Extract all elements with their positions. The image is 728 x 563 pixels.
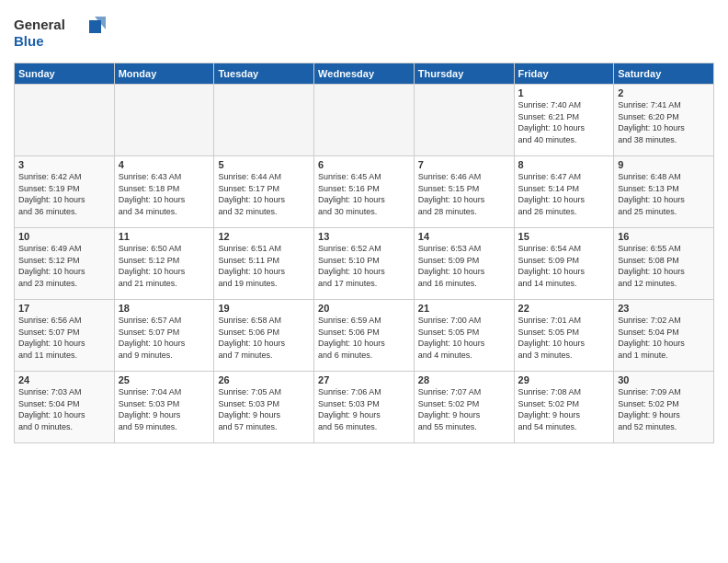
- calendar-cell: [414, 85, 514, 156]
- day-info: Sunrise: 6:46 AM Sunset: 5:15 PM Dayligh…: [418, 171, 510, 217]
- day-info: Sunrise: 7:08 AM Sunset: 5:02 PM Dayligh…: [518, 386, 610, 432]
- day-info: Sunrise: 6:47 AM Sunset: 5:14 PM Dayligh…: [518, 171, 610, 217]
- logo-text: General Blue: [14, 13, 106, 57]
- calendar-cell: 19Sunrise: 6:58 AM Sunset: 5:06 PM Dayli…: [214, 300, 314, 372]
- day-number: 24: [18, 374, 110, 385]
- day-number: 9: [618, 159, 710, 170]
- calendar-cell: 26Sunrise: 7:05 AM Sunset: 5:03 PM Dayli…: [214, 372, 314, 443]
- day-number: 29: [518, 374, 610, 385]
- day-number: 1: [518, 87, 610, 98]
- calendar-cell: 22Sunrise: 7:01 AM Sunset: 5:05 PM Dayli…: [514, 300, 614, 372]
- calendar-cell: 12Sunrise: 6:51 AM Sunset: 5:11 PM Dayli…: [214, 228, 314, 300]
- day-info: Sunrise: 6:50 AM Sunset: 5:12 PM Dayligh…: [119, 243, 210, 289]
- day-info: Sunrise: 7:07 AM Sunset: 5:02 PM Dayligh…: [418, 386, 510, 432]
- calendar-cell: 28Sunrise: 7:07 AM Sunset: 5:02 PM Dayli…: [414, 372, 514, 443]
- day-number: 17: [18, 303, 110, 314]
- calendar-cell: 3Sunrise: 6:42 AM Sunset: 5:19 PM Daylig…: [15, 156, 115, 228]
- day-info: Sunrise: 7:05 AM Sunset: 5:03 PM Dayligh…: [218, 386, 310, 432]
- svg-marker-2: [89, 20, 101, 33]
- day-number: 28: [418, 374, 510, 385]
- day-info: Sunrise: 7:04 AM Sunset: 5:03 PM Dayligh…: [119, 386, 210, 432]
- week-row-5: 24Sunrise: 7:03 AM Sunset: 5:04 PM Dayli…: [15, 372, 714, 443]
- weekday-header-sunday: Sunday: [15, 63, 115, 85]
- calendar-cell: 1Sunrise: 7:40 AM Sunset: 6:21 PM Daylig…: [514, 85, 614, 156]
- calendar-cell: 25Sunrise: 7:04 AM Sunset: 5:03 PM Dayli…: [114, 372, 214, 443]
- calendar-cell: 5Sunrise: 6:44 AM Sunset: 5:17 PM Daylig…: [214, 156, 314, 228]
- header-section: General Blue: [14, 9, 714, 57]
- weekday-header-friday: Friday: [514, 63, 614, 85]
- day-number: 7: [418, 159, 510, 170]
- day-number: 10: [18, 231, 110, 242]
- calendar-cell: 8Sunrise: 6:47 AM Sunset: 5:14 PM Daylig…: [514, 156, 614, 228]
- calendar-cell: 14Sunrise: 6:53 AM Sunset: 5:09 PM Dayli…: [414, 228, 514, 300]
- calendar-cell: 23Sunrise: 7:02 AM Sunset: 5:04 PM Dayli…: [614, 300, 714, 372]
- day-number: 22: [518, 303, 610, 314]
- weekday-header-wednesday: Wednesday: [314, 63, 415, 85]
- day-number: 27: [318, 374, 410, 385]
- day-number: 25: [119, 374, 210, 385]
- day-info: Sunrise: 7:02 AM Sunset: 5:04 PM Dayligh…: [618, 315, 710, 361]
- day-number: 16: [618, 231, 710, 242]
- weekday-header-thursday: Thursday: [414, 63, 514, 85]
- weekday-header-monday: Monday: [114, 63, 214, 85]
- calendar-cell: 15Sunrise: 6:54 AM Sunset: 5:09 PM Dayli…: [514, 228, 614, 300]
- weekday-header-row: SundayMondayTuesdayWednesdayThursdayFrid…: [15, 63, 714, 85]
- day-info: Sunrise: 6:55 AM Sunset: 5:08 PM Dayligh…: [618, 243, 710, 289]
- day-info: Sunrise: 6:54 AM Sunset: 5:09 PM Dayligh…: [518, 243, 610, 289]
- calendar-table: SundayMondayTuesdayWednesdayThursdayFrid…: [14, 63, 714, 443]
- day-number: 30: [618, 374, 710, 385]
- day-info: Sunrise: 6:59 AM Sunset: 5:06 PM Dayligh…: [318, 315, 410, 361]
- calendar-cell: [314, 85, 415, 156]
- day-info: Sunrise: 7:06 AM Sunset: 5:03 PM Dayligh…: [318, 386, 410, 432]
- calendar-cell: [214, 85, 314, 156]
- day-number: 14: [418, 231, 510, 242]
- day-number: 18: [119, 303, 210, 314]
- day-number: 3: [18, 159, 110, 170]
- calendar-cell: [114, 85, 214, 156]
- logo: General Blue: [14, 13, 106, 57]
- day-number: 8: [518, 159, 610, 170]
- day-number: 11: [119, 231, 210, 242]
- day-info: Sunrise: 6:53 AM Sunset: 5:09 PM Dayligh…: [418, 243, 510, 289]
- day-number: 15: [518, 231, 610, 242]
- day-number: 2: [618, 87, 710, 98]
- day-info: Sunrise: 6:45 AM Sunset: 5:16 PM Dayligh…: [318, 171, 410, 217]
- calendar-cell: 10Sunrise: 6:49 AM Sunset: 5:12 PM Dayli…: [15, 228, 115, 300]
- calendar-cell: 21Sunrise: 7:00 AM Sunset: 5:05 PM Dayli…: [414, 300, 514, 372]
- page-container: General Blue SundayMondayTuesdayWednesda…: [0, 0, 728, 448]
- day-info: Sunrise: 7:09 AM Sunset: 5:02 PM Dayligh…: [618, 386, 710, 432]
- week-row-2: 3Sunrise: 6:42 AM Sunset: 5:19 PM Daylig…: [15, 156, 714, 228]
- day-info: Sunrise: 6:48 AM Sunset: 5:13 PM Dayligh…: [618, 171, 710, 217]
- day-info: Sunrise: 6:42 AM Sunset: 5:19 PM Dayligh…: [18, 171, 110, 217]
- calendar-cell: [15, 85, 115, 156]
- day-info: Sunrise: 6:51 AM Sunset: 5:11 PM Dayligh…: [218, 243, 310, 289]
- calendar-cell: 18Sunrise: 6:57 AM Sunset: 5:07 PM Dayli…: [114, 300, 214, 372]
- calendar-cell: 16Sunrise: 6:55 AM Sunset: 5:08 PM Dayli…: [614, 228, 714, 300]
- day-info: Sunrise: 7:40 AM Sunset: 6:21 PM Dayligh…: [518, 99, 610, 145]
- week-row-4: 17Sunrise: 6:56 AM Sunset: 5:07 PM Dayli…: [15, 300, 714, 372]
- svg-text:General: General: [14, 17, 65, 32]
- calendar-cell: 13Sunrise: 6:52 AM Sunset: 5:10 PM Dayli…: [314, 228, 415, 300]
- calendar-cell: 2Sunrise: 7:41 AM Sunset: 6:20 PM Daylig…: [614, 85, 714, 156]
- calendar-cell: 24Sunrise: 7:03 AM Sunset: 5:04 PM Dayli…: [15, 372, 115, 443]
- day-info: Sunrise: 6:49 AM Sunset: 5:12 PM Dayligh…: [18, 243, 110, 289]
- calendar-cell: 27Sunrise: 7:06 AM Sunset: 5:03 PM Dayli…: [314, 372, 415, 443]
- day-info: Sunrise: 6:56 AM Sunset: 5:07 PM Dayligh…: [18, 315, 110, 361]
- day-number: 23: [618, 303, 710, 314]
- svg-text:Blue: Blue: [14, 33, 44, 49]
- calendar-cell: 6Sunrise: 6:45 AM Sunset: 5:16 PM Daylig…: [314, 156, 415, 228]
- day-number: 19: [218, 303, 310, 314]
- day-info: Sunrise: 7:01 AM Sunset: 5:05 PM Dayligh…: [518, 315, 610, 361]
- day-number: 5: [218, 159, 310, 170]
- day-info: Sunrise: 7:41 AM Sunset: 6:20 PM Dayligh…: [618, 99, 710, 145]
- weekday-header-tuesday: Tuesday: [214, 63, 314, 85]
- day-number: 12: [218, 231, 310, 242]
- calendar-cell: 11Sunrise: 6:50 AM Sunset: 5:12 PM Dayli…: [114, 228, 214, 300]
- day-info: Sunrise: 7:00 AM Sunset: 5:05 PM Dayligh…: [418, 315, 510, 361]
- day-number: 13: [318, 231, 410, 242]
- day-number: 6: [318, 159, 410, 170]
- week-row-1: 1Sunrise: 7:40 AM Sunset: 6:21 PM Daylig…: [15, 85, 714, 156]
- calendar-cell: 17Sunrise: 6:56 AM Sunset: 5:07 PM Dayli…: [15, 300, 115, 372]
- calendar-cell: 20Sunrise: 6:59 AM Sunset: 5:06 PM Dayli…: [314, 300, 415, 372]
- day-number: 20: [318, 303, 410, 314]
